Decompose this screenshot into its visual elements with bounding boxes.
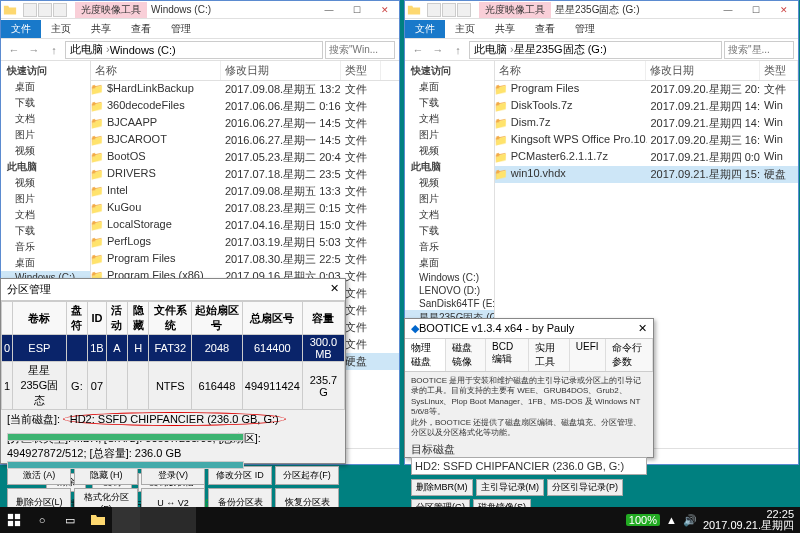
search-input[interactable]	[724, 41, 794, 59]
file-row[interactable]: 📁LocalStorage2017.04.16.星期日 15:03文件	[91, 217, 399, 234]
file-row[interactable]: 📁BJCAAPP2016.06.27.星期一 14:59文件	[91, 115, 399, 132]
ribbon-tab[interactable]: 文件	[1, 20, 41, 38]
up-button[interactable]: ↑	[45, 41, 63, 59]
tree-item[interactable]: 下载	[405, 223, 494, 239]
close-button[interactable]: ✕	[770, 1, 798, 19]
task-app2[interactable]	[140, 507, 168, 533]
bootice-tab[interactable]: 命令行参数	[606, 339, 653, 371]
file-row[interactable]: 📁DRIVERS2017.07.18.星期二 23:56文件	[91, 166, 399, 183]
back-button[interactable]: ←	[409, 41, 427, 59]
start-button[interactable]	[0, 507, 28, 533]
bootice-tab[interactable]: 实用工具	[529, 339, 570, 371]
file-row[interactable]: 📁KuGou2017.08.23.星期三 0:15文件	[91, 200, 399, 217]
task-app3[interactable]	[168, 507, 196, 533]
search-input[interactable]	[325, 41, 395, 59]
ribbon-tab[interactable]: 管理	[565, 20, 605, 38]
target-disk-select[interactable]: HD2: SSFD CHIPFANCIER (236.0 GB, G:)	[411, 457, 647, 475]
tree-item[interactable]: 视频	[1, 143, 90, 159]
tree-item[interactable]: 下载	[1, 95, 90, 111]
close-icon[interactable]: ✕	[638, 322, 647, 335]
pm-button[interactable]: 分区起存(F)	[275, 466, 339, 485]
ribbon-tab[interactable]: 管理	[161, 20, 201, 38]
tree-item[interactable]: 桌面	[1, 79, 90, 95]
tree-item[interactable]: 桌面	[1, 255, 90, 271]
search-icon[interactable]: ○	[28, 507, 56, 533]
file-row[interactable]: 📁PerfLogs2017.03.19.星期日 5:03文件	[91, 234, 399, 251]
tree-item[interactable]: 视频	[405, 175, 494, 191]
max-button[interactable]: ☐	[742, 1, 770, 19]
tree-item[interactable]: Windows (C:)	[405, 271, 494, 284]
qat	[23, 3, 67, 17]
svg-rect-1	[15, 514, 20, 519]
ribbon-tab[interactable]: 共享	[81, 20, 121, 38]
close-button[interactable]: ✕	[371, 1, 399, 19]
file-row[interactable]: 📁Program Files2017.08.30.星期三 22:50文件	[91, 251, 399, 268]
tray-icon[interactable]: 🔊	[683, 514, 697, 527]
tree-item[interactable]: 此电脑	[1, 159, 90, 175]
tree-item[interactable]: 桌面	[405, 79, 494, 95]
partition-row[interactable]: 1星星235G固态G:07NTFS616448494911424235.7 G	[2, 362, 345, 410]
bootice-tab[interactable]: 物理磁盘	[405, 339, 446, 371]
tree-item[interactable]: 快速访问	[405, 63, 494, 79]
tree-item[interactable]: 视频	[1, 175, 90, 191]
file-row[interactable]: 📁win10.vhdx2017.09.21.星期四 15:00硬盘	[495, 166, 798, 183]
close-icon[interactable]: ✕	[330, 282, 339, 297]
taskview-icon[interactable]: ▭	[56, 507, 84, 533]
breadcrumb[interactable]: 此电脑 星星235G固态 (G:)	[469, 41, 722, 59]
tree-item[interactable]: 文档	[1, 207, 90, 223]
file-row[interactable]: 📁Dism.7z2017.09.21.星期四 14:53Win	[495, 115, 798, 132]
task-explorer[interactable]	[84, 507, 112, 533]
max-button[interactable]: ☐	[343, 1, 371, 19]
partition-row[interactable]: 0ESP1BAHFAT322048614400300.0 MB	[2, 335, 345, 362]
ribbon-tab[interactable]: 查看	[121, 20, 161, 38]
tray-icon[interactable]: ▲	[666, 514, 677, 526]
min-button[interactable]: —	[714, 1, 742, 19]
ribbon-tab[interactable]: 主页	[445, 20, 485, 38]
tree-item[interactable]: 图片	[405, 191, 494, 207]
file-row[interactable]: 📁Kingsoft WPS Office Pro.10.8.0.6206[201…	[495, 132, 798, 149]
file-row[interactable]: 📁360decodeFiles2017.06.06.星期二 0:16文件	[91, 98, 399, 115]
back-button[interactable]: ←	[5, 41, 23, 59]
file-row[interactable]: 📁BootOS2017.05.23.星期二 20:44文件	[91, 149, 399, 166]
tree-item[interactable]: 文档	[405, 207, 494, 223]
tree-item[interactable]: 快速访问	[1, 63, 90, 79]
tree-item[interactable]: 图片	[405, 127, 494, 143]
tree-item[interactable]: 此电脑	[405, 159, 494, 175]
file-row[interactable]: 📁DiskTools.7z2017.09.21.星期四 14:53Win	[495, 98, 798, 115]
tree-item[interactable]: SanDisk64TF (E:)	[405, 297, 494, 310]
ribbon-tab[interactable]: 主页	[41, 20, 81, 38]
file-row[interactable]: 📁PCMaster6.2.1.1.7z2017.09.21.星期四 0:06Wi…	[495, 149, 798, 166]
tree-item[interactable]: 下载	[405, 95, 494, 111]
bootice-button[interactable]: 分区引导记录(P)	[547, 479, 623, 496]
ribbon-tab[interactable]: 共享	[485, 20, 525, 38]
tree-item[interactable]: 图片	[1, 191, 90, 207]
tree-item[interactable]: 桌面	[405, 255, 494, 271]
tree-item[interactable]: 图片	[1, 127, 90, 143]
clock-date[interactable]: 2017.09.21.星期四	[703, 520, 794, 531]
battery-indicator[interactable]: 100%	[626, 514, 660, 526]
ribbon-tab[interactable]: 查看	[525, 20, 565, 38]
breadcrumb[interactable]: 此电脑 Windows (C:)	[65, 41, 323, 59]
tree-item[interactable]: LENOVO (D:)	[405, 284, 494, 297]
bootice-button[interactable]: 删除MBR(M)	[411, 479, 473, 496]
fwd-button[interactable]: →	[25, 41, 43, 59]
tree-item[interactable]: 音乐	[405, 239, 494, 255]
file-row[interactable]: 📁Program Files2017.09.20.星期三 20:55文件	[495, 81, 798, 98]
tree-item[interactable]: 音乐	[1, 239, 90, 255]
ribbon-tab[interactable]: 文件	[405, 20, 445, 38]
tree-item[interactable]: 下载	[1, 223, 90, 239]
bootice-tab[interactable]: 磁盘镜像	[446, 339, 487, 371]
bootice-tab[interactable]: BCD 编辑	[486, 339, 529, 371]
up-button[interactable]: ↑	[449, 41, 467, 59]
bootice-button[interactable]: 主引导记录(M)	[476, 479, 545, 496]
task-app1[interactable]	[112, 507, 140, 533]
file-row[interactable]: 📁$HardLinkBackup2017.09.08.星期五 13:25文件	[91, 81, 399, 98]
fwd-button[interactable]: →	[429, 41, 447, 59]
tree-item[interactable]: 文档	[1, 111, 90, 127]
tree-item[interactable]: 文档	[405, 111, 494, 127]
bootice-tab[interactable]: UEFI	[570, 339, 606, 371]
tree-item[interactable]: 视频	[405, 143, 494, 159]
file-row[interactable]: 📁BJCAROOT2016.06.27.星期一 14:59文件	[91, 132, 399, 149]
file-row[interactable]: 📁Intel2017.09.08.星期五 13:32文件	[91, 183, 399, 200]
min-button[interactable]: —	[315, 1, 343, 19]
